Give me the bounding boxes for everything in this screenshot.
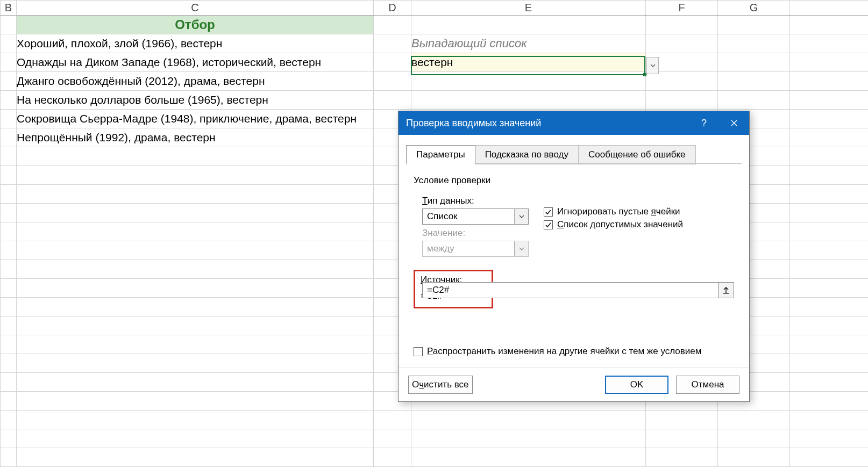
cell[interactable] xyxy=(374,53,411,72)
ok-button[interactable]: OK xyxy=(605,376,668,394)
in-cell-dropdown-label: Список допустимых значений xyxy=(557,219,683,230)
in-cell-dropdown-checkbox[interactable]: Список допустимых значений xyxy=(544,219,734,230)
checkbox-icon xyxy=(544,207,553,217)
cell[interactable] xyxy=(718,72,790,91)
range-selector-icon xyxy=(722,286,730,294)
cell[interactable] xyxy=(1,110,17,128)
apply-to-same-checkbox[interactable]: Распространить изменения на другие ячейк… xyxy=(414,346,734,357)
source-input[interactable] xyxy=(422,282,718,298)
allow-type-value: Список xyxy=(423,211,514,222)
cell-E2-label[interactable]: Выпадающий список xyxy=(411,34,646,53)
cell[interactable] xyxy=(646,16,718,34)
cell[interactable] xyxy=(411,91,646,110)
col-header-F[interactable]: F xyxy=(646,1,718,16)
cell[interactable] xyxy=(411,16,646,34)
clear-all-button[interactable]: Очистить все xyxy=(408,376,473,394)
cell[interactable] xyxy=(1,53,17,72)
cell[interactable] xyxy=(1,16,17,34)
chevron-down-icon xyxy=(514,241,528,256)
cell-C4[interactable]: Джанго освобождённый (2012), драма, вест… xyxy=(17,72,374,91)
cell[interactable] xyxy=(790,110,869,128)
cell[interactable] xyxy=(1,91,17,110)
cell[interactable] xyxy=(718,53,790,72)
col-header-D[interactable]: D xyxy=(374,1,411,16)
cell-C5[interactable]: На несколько долларов больше (1965), вес… xyxy=(17,91,374,110)
cell[interactable] xyxy=(1,34,17,53)
allow-type-label: Тип данных: xyxy=(422,196,529,206)
col-header-E[interactable]: E xyxy=(411,1,646,16)
validation-criteria-label: Условие проверки xyxy=(414,175,734,186)
dialog-tabs: Параметры Подсказка по вводу Сообщение о… xyxy=(399,135,749,164)
dialog-titlebar[interactable]: Проверка вводимых значений ? xyxy=(399,111,749,135)
svg-rect-0 xyxy=(723,293,729,294)
cell[interactable] xyxy=(790,34,869,53)
tab-input-message[interactable]: Подсказка по вводу xyxy=(475,145,579,164)
data-operator-value: между xyxy=(423,243,514,254)
cell[interactable] xyxy=(374,91,411,110)
dialog-footer: Очистить все OK Отмена xyxy=(399,368,749,401)
cell[interactable] xyxy=(790,72,869,91)
col-header-rest[interactable] xyxy=(790,1,869,16)
cell-C2[interactable]: Хороший, плохой, злой (1966), вестерн xyxy=(17,34,374,53)
cell[interactable] xyxy=(374,72,411,91)
cell[interactable] xyxy=(646,72,718,91)
cell[interactable] xyxy=(718,34,790,53)
col-header-C[interactable]: C xyxy=(17,1,374,16)
cell-dropdown-button[interactable] xyxy=(646,57,659,74)
cell[interactable] xyxy=(411,72,646,91)
spreadsheet-view: B C D E F G Отбор Хороший, плохой, xyxy=(0,0,868,475)
dialog-body: Условие проверки Тип данных: Список Зна xyxy=(399,164,749,368)
cell-C1-header[interactable]: Отбор xyxy=(17,16,374,34)
dialog-title: Проверка вводимых значений xyxy=(406,118,689,129)
cell[interactable] xyxy=(1,128,17,147)
cell-C7[interactable]: Непрощённый (1992), драма, вестерн xyxy=(17,128,374,147)
cell[interactable] xyxy=(1,72,17,91)
checkbox-icon xyxy=(544,220,553,229)
cell-C6[interactable]: Сокровища Сьерра-Мадре (1948), приключен… xyxy=(17,110,374,128)
apply-to-same-label: Распространить изменения на другие ячейк… xyxy=(427,346,701,357)
dialog-close-button[interactable] xyxy=(719,111,749,135)
cell[interactable] xyxy=(646,91,718,110)
column-headers: B C D E F G xyxy=(1,1,869,16)
tab-error-alert[interactable]: Сообщение об ошибке xyxy=(578,145,696,164)
allow-type-combo[interactable]: Список xyxy=(422,208,529,225)
cell[interactable] xyxy=(718,16,790,34)
cell-C3[interactable]: Однажды на Диком Западе (1968), историче… xyxy=(17,53,374,72)
cell[interactable] xyxy=(374,16,411,34)
ignore-blank-checkbox[interactable]: Игнорировать пустые ячейки xyxy=(544,206,734,217)
chevron-down-icon xyxy=(514,209,528,224)
data-operator-label: Значение: xyxy=(422,228,529,239)
cancel-button[interactable]: Отмена xyxy=(676,376,739,394)
col-header-G[interactable]: G xyxy=(718,1,790,16)
cell[interactable] xyxy=(790,53,869,72)
cell[interactable] xyxy=(646,34,718,53)
dialog-help-button[interactable]: ? xyxy=(689,111,719,135)
cell[interactable] xyxy=(790,128,869,147)
data-validation-dialog: Проверка вводимых значений ? Параметры П… xyxy=(398,111,750,402)
data-operator-combo: между xyxy=(422,241,529,257)
chevron-down-icon xyxy=(650,64,656,67)
close-icon xyxy=(730,119,738,127)
cell[interactable] xyxy=(790,91,869,110)
cell[interactable] xyxy=(374,34,411,53)
cell[interactable] xyxy=(718,91,790,110)
tab-parameters[interactable]: Параметры xyxy=(406,145,475,164)
checkbox-icon xyxy=(414,347,423,356)
cell[interactable] xyxy=(790,16,869,34)
col-header-B[interactable]: B xyxy=(1,1,17,16)
cell-E3-dropdown[interactable]: вестерн xyxy=(411,53,646,72)
collapse-dialog-button[interactable] xyxy=(718,282,734,298)
ignore-blank-label: Игнорировать пустые ячейки xyxy=(557,206,680,217)
